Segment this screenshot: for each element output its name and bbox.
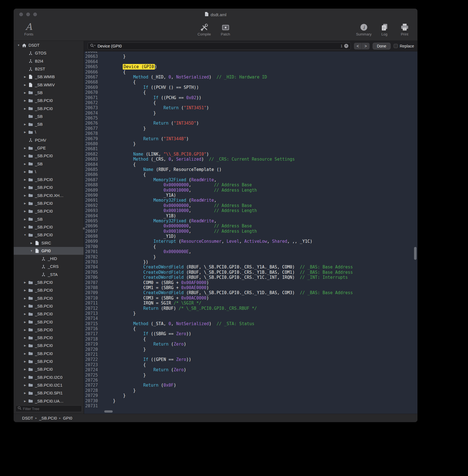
disclosure-triangle-icon[interactable]: ▶ (23, 210, 27, 213)
code-line[interactable]: 20692 0x00000000, // Address Base (84, 203, 417, 208)
tree-item-sbpci0[interactable]: ▶_SB.PCI0 (14, 184, 84, 191)
tree-item-[interactable]: ▶\ (14, 168, 84, 176)
code-line[interactable]: 20697 0x00010000, // Address Length (84, 229, 417, 234)
code-line[interactable]: 20695 Memory32Fixed (ReadWrite, (84, 218, 417, 223)
code-line[interactable]: 20714 (84, 316, 417, 321)
code-line[interactable]: 20700 { (84, 244, 417, 249)
disclosure-triangle-icon[interactable]: ▶ (23, 329, 27, 331)
code-line[interactable]: 20664 (84, 59, 417, 64)
tree-item-sbpci0[interactable]: ▶_SB.PCI0 (14, 199, 84, 207)
disclosure-triangle-icon[interactable]: ▶ (23, 352, 27, 355)
tree-item-dsdt[interactable]: ▼DSDT (14, 41, 84, 49)
code-line[interactable]: 20709 CreateDWordField (RBUF, \_SB.PCI0.… (84, 290, 417, 295)
tree-item-sb[interactable]: ▶_SB (14, 89, 84, 97)
code-line[interactable]: 20691 Memory32Fixed (ReadWrite, (84, 198, 417, 203)
disclosure-triangle-icon[interactable]: ▼ (23, 234, 27, 236)
code-line[interactable]: 20725 } (84, 373, 417, 378)
tree-item-b2st[interactable]: B2ST (14, 65, 84, 73)
code-line[interactable]: 20705 CreateDWordField (RBUF, \_SB.PCI0.… (84, 270, 417, 275)
disclosure-triangle-icon[interactable]: ▶ (23, 376, 27, 379)
filter-field[interactable] (15, 405, 82, 412)
tree-item-gtos[interactable]: GTOS (14, 49, 84, 57)
disclosure-triangle-icon[interactable]: ▶ (23, 178, 27, 181)
breadcrumb-item-gpi0[interactable]: GPI0 (63, 416, 72, 420)
code-line[interactable]: 20685 Name (RBUF, ResourceTemplate () (84, 167, 417, 172)
code-line[interactable]: 20717 If ((SBRG == Zero)) (84, 331, 417, 336)
disclosure-triangle-icon[interactable]: ▶ (23, 392, 27, 394)
code-line[interactable]: 20670 { (84, 90, 417, 95)
tree-item-sbpci0spi1[interactable]: ▶_SB.PCI0.SPI1 (14, 389, 84, 397)
tree-item-sbpci0i2c0[interactable]: ▶_SB.PCI0.I2C0 (14, 373, 84, 381)
disclosure-triangle-icon[interactable]: ▶ (29, 242, 34, 244)
tree-item-sbpci0[interactable]: ▶_SB.PCI0 (14, 104, 84, 112)
code-line[interactable]: 20722 If ((GPEN == Zero)) (84, 357, 417, 362)
summary-button[interactable]: i Summary (356, 22, 372, 36)
code-line[interactable]: 20676 Return ("INT345D") (84, 121, 417, 126)
code-line[interactable]: 20718 { (84, 337, 417, 342)
tree-item-gpe[interactable]: ▶_GPE (14, 144, 84, 152)
code-line[interactable]: 20723 { (84, 362, 417, 367)
code-line[interactable]: 20711 IRQN = SGIR /* \SGIR */ (84, 301, 417, 306)
code-line[interactable]: 20715 Method (_STA, 0, NotSerialized) //… (84, 321, 417, 326)
disclosure-triangle-icon[interactable]: ▶ (23, 281, 27, 284)
clear-search-icon[interactable]: ✕ (344, 44, 348, 48)
patch-button[interactable]: Patch (218, 22, 233, 36)
code-line[interactable]: 20672 { (84, 100, 417, 105)
disclosure-triangle-icon[interactable]: ▶ (23, 163, 27, 165)
disclosure-triangle-icon[interactable]: ▶ (23, 321, 27, 323)
tree-item-b2i4[interactable]: B2I4 (14, 57, 84, 65)
tree-item-sbpci0[interactable]: ▶_SB.PCI0 (14, 279, 84, 286)
code-line[interactable]: 20663 } (84, 54, 417, 59)
disclosure-triangle-icon[interactable]: ▶ (23, 202, 27, 205)
code-line[interactable]: 20678 (84, 131, 417, 136)
tree-item-sbwmiv[interactable]: ▶_SB.WMIV (14, 81, 84, 89)
code-line[interactable]: 20674 } (84, 111, 417, 116)
code-line[interactable]: 20706 CreateDWordField (RBUF, \_SB.PCI0.… (84, 275, 417, 280)
tree-item-sta[interactable]: _STA (14, 271, 84, 279)
code-line[interactable]: 20665 Device (GPI0) (84, 64, 417, 69)
tree-item-[interactable]: ▶\ (14, 128, 84, 136)
code-line[interactable]: 20704 CreateDWordField (RBUF, \_SB.PCI0.… (84, 265, 417, 270)
code-line[interactable]: 20719 Return (Zero) (84, 342, 417, 347)
print-button[interactable]: Print (397, 22, 412, 36)
code-line[interactable]: 20696 0x00000000, // Address Base (84, 223, 417, 229)
disclosure-triangle-icon[interactable]: ▶ (23, 218, 27, 221)
tree-item-sb[interactable]: _SB (14, 113, 84, 120)
code-line[interactable]: 20666 { (84, 70, 417, 75)
code-line[interactable]: 20694 _Y1B) (84, 213, 417, 218)
tree-item-sbpci0[interactable]: ▶_SB.PCI0 (14, 358, 84, 365)
next-match-button[interactable]: > (362, 43, 370, 49)
title-bar[interactable]: dsdt.aml (14, 9, 417, 20)
tree-item-sb[interactable]: ▶_SB (14, 160, 84, 168)
disclosure-triangle-icon[interactable]: ▶ (23, 360, 27, 363)
find-input[interactable] (98, 44, 339, 48)
disclosure-triangle-icon[interactable]: ▼ (16, 44, 21, 47)
disclosure-triangle-icon[interactable]: ▶ (23, 147, 27, 149)
tree-item-gpi0[interactable]: ▼GPI0 (14, 247, 84, 255)
disclosure-triangle-icon[interactable]: ▶ (23, 99, 27, 102)
code-line[interactable]: 20687 Memory32Fixed (ReadWrite, (84, 177, 417, 182)
disclosure-triangle-icon[interactable]: ▶ (23, 75, 27, 78)
tree-item-hid[interactable]: _HID (14, 255, 84, 263)
code-line[interactable]: 20727 Return (0x0F) (84, 383, 417, 388)
code-line[interactable]: 20669 If ((PCHV () == SPTH)) (84, 85, 417, 90)
tree-item-sbpci0[interactable]: ▶_SB.PCI0 (14, 350, 84, 358)
search-field[interactable]: 1 ✕ (88, 42, 351, 50)
code-line[interactable]: 20701 0x0000000E, (84, 249, 417, 254)
disclosure-triangle-icon[interactable]: ▶ (23, 107, 27, 110)
disclosure-triangle-icon[interactable]: ▶ (23, 368, 27, 371)
disclosure-triangle-icon[interactable]: ▶ (23, 336, 27, 339)
code-line[interactable]: 20710 COM3 = (SBRG + 0x00AC0000) (84, 296, 417, 301)
tree-item-sbpci0[interactable]: ▶_SB.PCI0 (14, 294, 84, 302)
tree-item-sbpci0[interactable]: ▶_SB.PCI0 (14, 152, 84, 160)
compile-button[interactable]: Compile (197, 22, 211, 36)
disclosure-triangle-icon[interactable]: ▶ (23, 297, 27, 300)
code-line[interactable]: 20671 If ((PCHG == 0x02)) (84, 95, 417, 100)
code-line[interactable]: 20679 Return ("INT344B") (84, 136, 417, 141)
code-line[interactable]: 20668 { (84, 80, 417, 85)
tree-item-sbwmib[interactable]: ▶_SB.WMIB (14, 73, 84, 81)
disclosure-triangle-icon[interactable]: ▶ (23, 384, 27, 387)
code-line[interactable]: 20688 0x00000000, // Address Base (84, 182, 417, 187)
code-line[interactable]: 20682 Name (LINK, "\\_SB.PCI0.GPI0") (84, 152, 417, 157)
code-line[interactable]: 20730 } (84, 398, 417, 403)
